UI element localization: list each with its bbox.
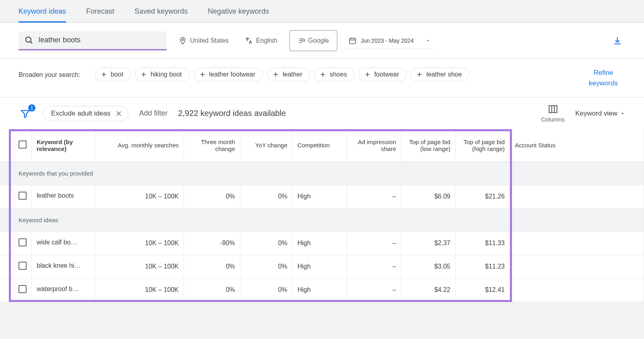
ideas-count-label: 2,922 keyword ideas available: [178, 109, 286, 118]
network-filter[interactable]: Google: [289, 30, 338, 51]
table-row[interactable]: waterproof b… 10K – 100K 0% 0% High – $4…: [0, 278, 644, 302]
cell-low: $6.09: [401, 185, 456, 208]
row-checkbox[interactable]: [19, 192, 27, 200]
col-yoy[interactable]: YoY change: [240, 129, 293, 161]
cell-keyword: leather boots: [32, 185, 95, 208]
col-avg-searches[interactable]: Avg. monthly searches: [95, 129, 184, 161]
cell-imp: –: [347, 232, 401, 255]
chip-shoes[interactable]: shoes: [314, 68, 355, 81]
chip-label: boot: [111, 71, 123, 78]
cell-low: $4.22: [401, 278, 456, 302]
table-container: Keyword (by relevance) Avg. monthly sear…: [0, 129, 644, 302]
table-row[interactable]: leather boots 10K – 100K 0% 0% High – $6…: [0, 185, 644, 208]
svg-point-6: [302, 39, 304, 41]
table-header-row: Keyword (by relevance) Avg. monthly sear…: [0, 129, 644, 161]
cell-tm: 0%: [184, 255, 240, 278]
col-bid-low[interactable]: Top of page bid (low range): [401, 129, 456, 161]
chip-leather[interactable]: leather: [267, 68, 310, 81]
search-box[interactable]: [19, 31, 167, 50]
network-label: Google: [308, 37, 329, 44]
svg-rect-8: [350, 38, 356, 43]
col-keyword[interactable]: Keyword (by relevance): [32, 129, 95, 161]
cell-yoy: 0%: [240, 278, 293, 302]
cell-comp: High: [293, 255, 347, 278]
cell-high: $11.23: [456, 255, 510, 278]
cell-tm: 0%: [184, 278, 240, 302]
tab-forecast[interactable]: Forecast: [86, 0, 114, 23]
language-label: English: [256, 37, 277, 44]
cell-imp: –: [347, 278, 401, 302]
chip-boot[interactable]: boot: [95, 68, 131, 81]
row-checkbox[interactable]: [19, 238, 27, 246]
download-icon: [613, 36, 622, 45]
section-ideas: Keyword ideas: [0, 208, 644, 232]
filter-badge: 1: [28, 104, 35, 112]
col-impression[interactable]: Ad impression share: [347, 129, 401, 161]
date-label: Jun 2023 - May 2024: [361, 37, 414, 44]
cell-tm: 0%: [184, 185, 240, 208]
chip-leather-footwear[interactable]: leather footwear: [194, 68, 263, 81]
dropdown-icon: [425, 38, 431, 43]
row-checkbox[interactable]: [19, 285, 27, 293]
filter-funnel-button[interactable]: 1: [19, 107, 32, 120]
chip-leather-shoe[interactable]: leather shoe: [411, 68, 469, 81]
cell-keyword: wide calf bo…: [32, 232, 95, 255]
row-checkbox[interactable]: [19, 262, 27, 270]
date-range-filter[interactable]: Jun 2023 - May 2024: [345, 33, 434, 49]
location-filter[interactable]: United States: [175, 33, 233, 48]
chip-footwear[interactable]: footwear: [359, 68, 407, 81]
cell-comp: High: [293, 232, 347, 255]
chip-container: boot hiking boot leather footwear leathe…: [95, 68, 573, 81]
refine-keywords-button[interactable]: Refine keywords: [581, 68, 625, 88]
chip-hiking-boot[interactable]: hiking boot: [135, 68, 189, 81]
cell-avg: 10K – 100K: [95, 278, 184, 302]
columns-button[interactable]: Columns: [541, 104, 565, 123]
svg-line-7: [304, 41, 305, 42]
cell-yoy: 0%: [240, 185, 293, 208]
download-button[interactable]: [609, 33, 625, 49]
cell-imp: –: [347, 255, 401, 278]
exclude-adult-chip[interactable]: Exclude adult ideas: [43, 106, 128, 121]
language-filter[interactable]: English: [241, 33, 281, 48]
tab-saved-keywords[interactable]: Saved keywords: [134, 0, 188, 23]
svg-point-0: [26, 37, 31, 42]
translate-icon: [245, 37, 253, 45]
table-toolbar: 1 Exclude adult ideas Add filter 2,922 k…: [0, 97, 644, 129]
location-label: United States: [190, 37, 229, 44]
cell-avg: 10K – 100K: [95, 185, 184, 208]
col-account-status[interactable]: Account Status: [510, 129, 644, 161]
columns-label: Columns: [541, 116, 565, 123]
col-competition[interactable]: Competition: [293, 129, 347, 161]
cell-keyword: waterproof b…: [32, 278, 95, 302]
tab-negative-keywords[interactable]: Negative keywords: [208, 0, 269, 23]
col-three-month[interactable]: Three month change: [184, 129, 240, 161]
tab-keyword-ideas[interactable]: Keyword ideas: [19, 0, 66, 23]
columns-icon: [548, 104, 558, 114]
cell-high: $21.26: [456, 185, 510, 208]
section-provided: Keywords that you provided: [0, 161, 644, 185]
col-bid-high[interactable]: Top of page bid (high range): [456, 129, 510, 161]
filter-bar: United States English Google Jun 2023 - …: [0, 23, 644, 59]
cell-imp: –: [347, 185, 401, 208]
dropdown-icon: [620, 111, 625, 116]
table-row[interactable]: black knee hi… 10K – 100K 0% 0% High – $…: [0, 255, 644, 278]
search-input[interactable]: [39, 36, 161, 44]
svg-line-1: [30, 41, 32, 43]
chip-label: footwear: [374, 71, 399, 78]
chip-label: shoes: [330, 71, 347, 78]
add-filter-button[interactable]: Add filter: [139, 109, 167, 118]
search-icon: [24, 35, 34, 45]
table-row[interactable]: wide calf bo… 10K – 100K -90% 0% High – …: [0, 232, 644, 255]
cell-keyword: black knee hi…: [32, 255, 95, 278]
close-icon[interactable]: [115, 110, 122, 117]
chip-label: leather footwear: [209, 71, 256, 78]
svg-rect-28: [549, 105, 557, 112]
cell-avg: 10K – 100K: [95, 255, 184, 278]
keyword-view-dropdown[interactable]: Keyword view: [575, 110, 625, 118]
cell-avg: 10K – 100K: [95, 232, 184, 255]
calendar-icon: [349, 37, 357, 45]
cell-yoy: 0%: [240, 255, 293, 278]
exclude-label: Exclude adult ideas: [51, 110, 110, 118]
select-all-checkbox[interactable]: [19, 141, 27, 149]
cell-high: $11.33: [456, 232, 510, 255]
